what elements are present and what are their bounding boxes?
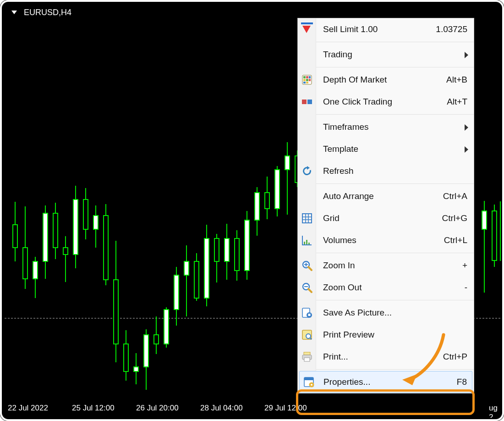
svg-rect-18 [93, 216, 98, 229]
menu-item-auto-arrange[interactable]: Auto ArrangeCtrl+A [298, 185, 474, 207]
xaxis-label: 28 Jul 04:00 [200, 404, 243, 413]
submenu-arrow-icon [465, 124, 468, 131]
preview-icon [301, 324, 313, 346]
print-icon [301, 346, 313, 368]
svg-rect-50 [255, 193, 259, 220]
refresh-icon [301, 160, 313, 182]
menu-item-one-click-trading[interactable]: One Click TradingAlt+T [298, 91, 474, 113]
svg-rect-83 [308, 314, 311, 316]
svg-rect-36 [184, 261, 189, 275]
svg-rect-32 [164, 310, 169, 344]
svg-point-92 [311, 384, 312, 386]
menu-label: Sell Limit 1.00 [323, 24, 436, 34]
menu-shortcut: F8 [457, 377, 467, 387]
svg-rect-88 [304, 358, 310, 361]
submenu-arrow-icon [465, 52, 468, 58]
depth-icon [301, 69, 313, 91]
submenu-arrow-icon [465, 146, 468, 153]
menu-separator [316, 253, 474, 253]
menu-shortcut: Alt+B [446, 75, 467, 85]
menu-label: Template [323, 144, 467, 154]
svg-rect-71 [309, 79, 311, 81]
svg-rect-75 [307, 100, 312, 104]
svg-rect-12 [63, 248, 68, 255]
svg-rect-76 [304, 242, 305, 244]
menu-label: Zoom Out [323, 283, 465, 293]
svg-rect-48 [245, 220, 249, 271]
menu-item-zoom-in[interactable]: Zoom In+ [298, 255, 474, 277]
svg-rect-66 [303, 76, 306, 78]
menu-label: Timeframes [323, 122, 467, 132]
menu-separator [316, 67, 474, 67]
svg-rect-24 [124, 344, 128, 371]
save-icon [301, 302, 313, 324]
menu-label: Depth Of Market [323, 75, 446, 85]
svg-rect-20 [104, 216, 108, 280]
menu-separator [316, 300, 474, 300]
zoomin-icon [301, 255, 313, 277]
menu-label: Grid [323, 213, 442, 223]
grid-icon [301, 207, 313, 229]
menu-value: 1.03725 [436, 24, 467, 34]
svg-rect-38 [194, 261, 199, 298]
menu-item-refresh[interactable]: Refresh [298, 160, 474, 182]
svg-rect-62 [492, 211, 497, 260]
menu-shortcut: Ctrl+L [444, 235, 467, 245]
menu-item-zoom-out[interactable]: Zoom Out- [298, 277, 474, 299]
svg-rect-28 [144, 335, 148, 367]
svg-rect-52 [265, 193, 269, 209]
svg-rect-22 [114, 280, 118, 344]
svg-rect-34 [174, 275, 179, 310]
svg-rect-64 [500, 202, 501, 260]
app-frame: EURUSD,H4 22 Jul 202225 Jul 12:0026 Jul … [0, 0, 504, 421]
svg-rect-2 [13, 225, 17, 248]
svg-rect-10 [53, 213, 58, 248]
svg-rect-4 [23, 248, 27, 279]
svg-rect-77 [306, 240, 307, 244]
symbol-label: EURUSD,H4 [24, 8, 71, 17]
menu-label: Trading [323, 50, 467, 60]
menu-separator [316, 183, 474, 184]
svg-rect-86 [304, 352, 310, 355]
arrow-annotation-icon [399, 332, 449, 387]
menu-shortcut: + [462, 260, 467, 271]
menu-label: Save As Picture... [323, 308, 467, 318]
menu-separator [316, 42, 474, 42]
dropdown-triangle-icon[interactable] [11, 11, 17, 14]
menu-label: One Click Trading [323, 97, 447, 107]
sell-arrow-icon [302, 26, 311, 33]
menu-item-trading[interactable]: Trading [298, 44, 474, 66]
svg-rect-67 [306, 76, 308, 78]
svg-rect-54 [275, 170, 279, 209]
svg-rect-73 [306, 82, 308, 83]
menu-item-timeframes[interactable]: Timeframes [298, 116, 474, 138]
svg-rect-60 [482, 211, 487, 229]
zoomout-icon [301, 277, 313, 299]
menu-label: Volumes [323, 235, 444, 245]
menu-label: Refresh [323, 166, 467, 176]
oneclick-icon [301, 91, 313, 113]
svg-rect-26 [134, 367, 138, 371]
menu-item-grid[interactable]: GridCtrl+G [298, 207, 474, 229]
chart-title: EURUSD,H4 [11, 8, 71, 17]
svg-rect-69 [303, 79, 306, 81]
menu-item-depth-of-market[interactable]: Depth Of MarketAlt+B [298, 69, 474, 91]
xaxis-label: ug 2 [489, 404, 501, 418]
svg-rect-30 [154, 335, 159, 344]
menu-item-template[interactable]: Template [298, 138, 474, 160]
svg-rect-44 [225, 238, 229, 261]
menu-item-save-as-picture[interactable]: Save As Picture... [298, 302, 474, 324]
menu-item-volumes[interactable]: VolumesCtrl+L [298, 229, 474, 251]
svg-rect-16 [83, 199, 88, 229]
menu-separator [316, 369, 474, 370]
svg-rect-14 [73, 199, 78, 255]
menu-shortcut: Alt+T [447, 97, 467, 107]
xaxis-label: 25 Jul 12:00 [72, 404, 115, 413]
xaxis-label: 22 Jul 2022 [8, 404, 48, 413]
svg-rect-42 [214, 238, 219, 261]
svg-rect-46 [235, 238, 239, 271]
svg-rect-68 [309, 76, 311, 78]
svg-rect-72 [303, 82, 306, 83]
menu-item-sell-limit[interactable]: Sell Limit 1.001.03725 [298, 18, 474, 40]
menu-shortcut: - [465, 283, 467, 293]
